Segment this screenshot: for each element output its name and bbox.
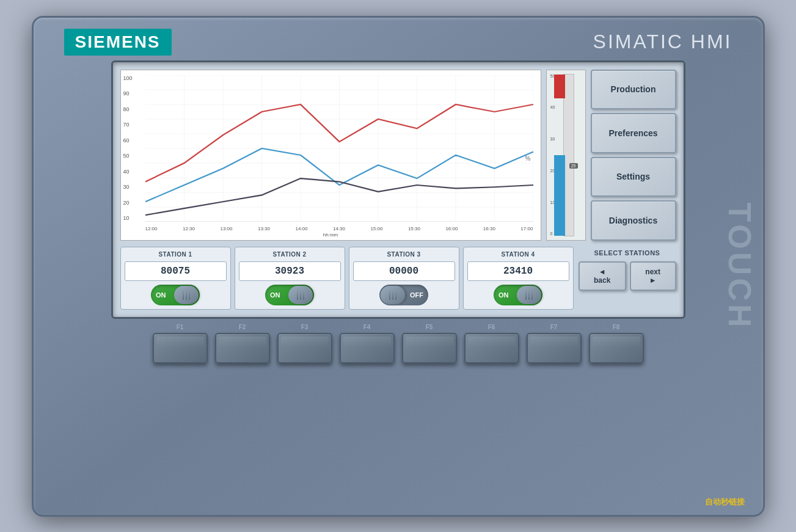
fkey-f8-label: F8 <box>613 324 620 330</box>
chart-x-axis: 12:00 12:30 13:00 13:30 14:00 14:30 15:0… <box>145 226 533 231</box>
station-4-label: STATION 4 <box>501 251 535 258</box>
station-4-toggle[interactable]: ON <box>494 285 542 305</box>
fkey-group-f2: F2 <box>215 324 270 363</box>
station-section: STATION 1 80075 ON <box>120 247 676 310</box>
chart-svg <box>145 75 533 222</box>
station-4-knob <box>517 286 541 304</box>
gauge-bar-red <box>554 75 565 99</box>
gauge-bar-bg <box>563 74 574 236</box>
settings-button[interactable]: Settings <box>591 157 676 197</box>
station-4-value: 23410 <box>467 261 569 281</box>
diagnostics-button[interactable]: Diagnostics <box>591 200 676 241</box>
next-button[interactable]: next ► <box>630 261 676 291</box>
station-1-label: STATION 1 <box>158 251 192 258</box>
fkey-group-f6: F6 <box>464 324 519 363</box>
station-1-value: 80075 <box>125 261 227 281</box>
fkey-group-f8: F8 <box>589 324 644 363</box>
nav-buttons: Production Preferences Settings Diagnost… <box>591 70 676 241</box>
station-3-value: 00000 <box>353 261 455 281</box>
simatic-title: SIMATIC HMI <box>593 31 732 53</box>
fkey-f1-label: F1 <box>177 324 184 330</box>
fkey-f5-label: F5 <box>426 324 433 330</box>
fkey-group-f3: F3 <box>277 324 332 363</box>
fkey-group-f1: F1 <box>153 324 208 363</box>
fkey-group-f5: F5 <box>402 324 457 363</box>
station-3-knob <box>381 286 405 304</box>
station-2-label: STATION 2 <box>272 251 306 258</box>
station-2-knob <box>288 286 313 304</box>
fkey-f3-label: F3 <box>301 324 309 330</box>
top-section: 100 90 80 70 60 50 40 30 20 10 <box>120 70 676 241</box>
fkey-f3-button[interactable] <box>277 333 332 363</box>
fkey-group-f7: F7 <box>527 324 582 363</box>
station-3-toggle[interactable]: OFF <box>379 285 428 305</box>
back-button[interactable]: ◄ back <box>579 261 626 291</box>
touch-label: TOUCH <box>721 202 758 330</box>
fkey-f4-label: F4 <box>363 324 371 330</box>
chart-y-axis: 100 90 80 70 60 50 40 30 20 10 <box>123 75 133 222</box>
fkey-f6-label: F6 <box>488 324 495 330</box>
station-4-toggle-label: ON <box>498 291 509 299</box>
preferences-button[interactable]: Preferences <box>591 113 676 153</box>
station-2-toggle[interactable]: ON <box>265 285 314 305</box>
station-card-1: STATION 1 80075 ON <box>120 247 231 310</box>
fkey-f5-button[interactable] <box>402 333 457 363</box>
fkey-f2-label: F2 <box>239 324 246 330</box>
station-2-value: 30923 <box>239 261 341 281</box>
fkey-f4-button[interactable] <box>340 333 395 363</box>
gauge-bar-fill <box>554 155 565 236</box>
station-1-toggle-label: ON <box>156 291 166 299</box>
fkey-f2-button[interactable] <box>215 333 270 363</box>
function-keys: F1 F2 F3 F4 F5 F6 F7 F8 <box>46 319 751 368</box>
siemens-logo: SIEMENS <box>64 29 172 56</box>
nav-arrow-buttons: ◄ back next ► <box>579 261 676 291</box>
stations-group: STATION 1 80075 ON <box>120 247 574 310</box>
station-card-2: STATION 2 30923 ON <box>235 247 345 310</box>
watermark: 自动秒链接 <box>705 497 745 508</box>
select-stations: SELECT STATIONS ◄ back next ► <box>579 247 676 310</box>
fkey-f8-button[interactable] <box>589 333 644 363</box>
fkey-f7-label: F7 <box>550 324 558 330</box>
station-1-toggle[interactable]: ON <box>151 285 200 305</box>
gauge-marker: 25 <box>569 163 578 169</box>
screen-area: 100 90 80 70 60 50 40 30 20 10 <box>111 60 685 319</box>
fkey-group-f4: F4 <box>340 324 395 363</box>
station-1-knob <box>174 286 199 304</box>
gauge-container: 50 40 30 20 10 0 25 <box>546 70 586 241</box>
fkey-f1-button[interactable] <box>153 333 208 363</box>
station-3-toggle-label: OFF <box>410 291 423 299</box>
production-button[interactable]: Production <box>591 70 676 110</box>
station-3-label: STATION 3 <box>387 251 420 258</box>
select-stations-label: SELECT STATIONS <box>594 249 660 257</box>
fkey-f7-button[interactable] <box>527 333 582 363</box>
chart-x-label: hh:mm <box>323 232 338 238</box>
hmi-device: TOUCH SIEMENS SIMATIC HMI 100 90 80 70 6… <box>32 16 765 517</box>
station-2-toggle-label: ON <box>270 291 280 299</box>
gauge-scale: 50 40 30 20 10 0 25 <box>549 74 583 236</box>
chart-container: 100 90 80 70 60 50 40 30 20 10 <box>120 70 541 241</box>
percent-label: % <box>525 155 531 162</box>
fkey-f6-button[interactable] <box>464 333 519 363</box>
station-card-3: STATION 3 00000 OFF <box>349 247 459 310</box>
station-card-4: STATION 4 23410 ON <box>463 247 574 310</box>
top-bar: SIEMENS SIMATIC HMI <box>46 24 751 60</box>
